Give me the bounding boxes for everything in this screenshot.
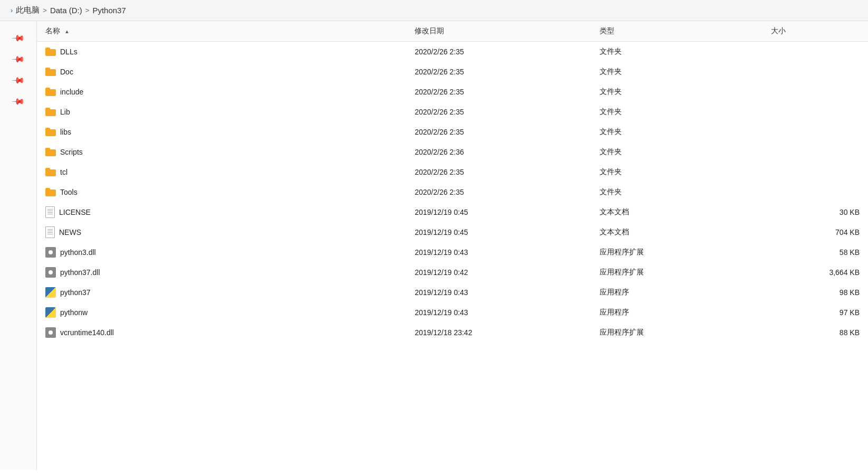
cell-size: 98 KB [763, 282, 868, 302]
cell-type: 文件夹 [591, 102, 763, 122]
cell-date: 2019/12/18 23:42 [406, 323, 591, 343]
cell-name: libs [37, 122, 406, 142]
table-row[interactable]: DLLs 2020/2/26 2:35 文件夹 [37, 42, 868, 62]
folder-icon [45, 188, 56, 196]
cell-type: 文件夹 [591, 42, 763, 62]
cell-type: 文本文档 [591, 202, 763, 222]
cell-date: 2019/12/19 0:43 [406, 302, 591, 323]
cell-date: 2019/12/19 0:43 [406, 282, 591, 302]
cell-date: 2020/2/26 2:36 [406, 142, 591, 162]
pin-icon-3[interactable]: 📌 [9, 71, 27, 89]
cell-type: 应用程序扩展 [591, 242, 763, 262]
cell-size [763, 182, 868, 202]
breadcrumb-sep-2: > [85, 6, 90, 14]
col-header-name[interactable]: 名称 ▲ [37, 21, 406, 42]
cell-type: 应用程序 [591, 282, 763, 302]
cell-date: 2020/2/26 2:35 [406, 82, 591, 102]
cell-type: 文件夹 [591, 142, 763, 162]
pin-icon-1[interactable]: 📌 [9, 29, 27, 47]
cell-type: 文件夹 [591, 62, 763, 82]
file-name-label: Doc [60, 68, 73, 76]
cell-size [763, 42, 868, 62]
cell-size [763, 162, 868, 182]
table-row[interactable]: pythonw 2019/12/19 0:43 应用程序 97 KB [37, 302, 868, 323]
folder-icon [45, 108, 56, 116]
col-header-type[interactable]: 类型 [591, 21, 763, 42]
table-row[interactable]: Scripts 2020/2/26 2:36 文件夹 [37, 142, 868, 162]
cell-size: 97 KB [763, 302, 868, 323]
cell-type: 应用程序 [591, 302, 763, 323]
table-row[interactable]: python37.dll 2019/12/19 0:42 应用程序扩展 3,66… [37, 262, 868, 282]
table-row[interactable]: LICENSE 2019/12/19 0:45 文本文档 30 KB [37, 202, 868, 222]
cell-name: python37 [37, 282, 406, 302]
cell-date: 2020/2/26 2:35 [406, 162, 591, 182]
cell-name: include [37, 82, 406, 102]
pin-icon-4[interactable]: 📌 [9, 92, 27, 110]
col-header-date[interactable]: 修改日期 [406, 21, 591, 42]
cell-name: Doc [37, 62, 406, 82]
cell-name: Scripts [37, 142, 406, 162]
dll-icon [45, 327, 56, 338]
dll-icon [45, 247, 56, 258]
cell-name: DLLs [37, 42, 406, 62]
cell-date: 2020/2/26 2:35 [406, 102, 591, 122]
file-name-label: libs [60, 128, 71, 136]
folder-icon [45, 88, 56, 96]
file-name-label: LICENSE [59, 208, 91, 216]
folder-icon [45, 68, 56, 76]
cell-size [763, 62, 868, 82]
table-row[interactable]: python37 2019/12/19 0:43 应用程序 98 KB [37, 282, 868, 302]
file-list-container: 名称 ▲ 修改日期 类型 大小 DLLs 2020/2/26 2:35 文件夹 [37, 21, 868, 470]
cell-date: 2020/2/26 2:35 [406, 122, 591, 142]
cell-size [763, 102, 868, 122]
breadcrumb-item-computer[interactable]: 此电脑 [16, 5, 40, 15]
table-row[interactable]: include 2020/2/26 2:35 文件夹 [37, 82, 868, 102]
folder-icon [45, 148, 56, 156]
cell-type: 文件夹 [591, 122, 763, 142]
cell-name: NEWS [37, 222, 406, 242]
file-name-label: python37 [60, 288, 91, 297]
file-name-label: Tools [60, 188, 78, 196]
file-name-label: pythonw [60, 308, 88, 317]
file-name-label: vcruntime140.dll [60, 328, 114, 337]
cell-size: 30 KB [763, 202, 868, 222]
table-row[interactable]: Lib 2020/2/26 2:35 文件夹 [37, 102, 868, 122]
table-row[interactable]: Doc 2020/2/26 2:35 文件夹 [37, 62, 868, 82]
table-row[interactable]: NEWS 2019/12/19 0:45 文本文档 704 KB [37, 222, 868, 242]
cell-name: python37.dll [37, 262, 406, 282]
table-row[interactable]: tcl 2020/2/26 2:35 文件夹 [37, 162, 868, 182]
cell-name: LICENSE [37, 202, 406, 222]
cell-date: 2019/12/19 0:45 [406, 222, 591, 242]
file-name-label: Lib [60, 108, 70, 116]
table-row[interactable]: Tools 2020/2/26 2:35 文件夹 [37, 182, 868, 202]
cell-name: vcruntime140.dll [37, 323, 406, 343]
col-header-size[interactable]: 大小 [763, 21, 868, 42]
cell-size: 58 KB [763, 242, 868, 262]
file-name-label: DLLs [60, 48, 78, 56]
main-layout: 📌 📌 📌 📌 名称 ▲ 修改日期 类型 大小 [0, 21, 868, 470]
file-name-label: tcl [60, 168, 67, 176]
text-icon [45, 206, 55, 218]
table-row[interactable]: libs 2020/2/26 2:35 文件夹 [37, 122, 868, 142]
table-row[interactable]: vcruntime140.dll 2019/12/18 23:42 应用程序扩展… [37, 323, 868, 343]
cell-type: 文件夹 [591, 182, 763, 202]
cell-name: Tools [37, 182, 406, 202]
cell-date: 2020/2/26 2:35 [406, 62, 591, 82]
cell-date: 2019/12/19 0:45 [406, 202, 591, 222]
table-row[interactable]: python3.dll 2019/12/19 0:43 应用程序扩展 58 KB [37, 242, 868, 262]
file-name-label: include [60, 88, 83, 96]
cell-type: 应用程序扩展 [591, 262, 763, 282]
exe-icon [45, 287, 56, 298]
breadcrumb-item-drive[interactable]: Data (D:) [50, 6, 82, 15]
pin-icon-2[interactable]: 📌 [9, 50, 27, 68]
file-name-label: Scripts [60, 148, 83, 156]
cell-date: 2020/2/26 2:35 [406, 182, 591, 202]
cell-name: pythonw [37, 302, 406, 323]
cell-size: 704 KB [763, 222, 868, 242]
table-header-row: 名称 ▲ 修改日期 类型 大小 [37, 21, 868, 42]
file-name-label: NEWS [59, 228, 81, 236]
folder-icon [45, 128, 56, 136]
cell-size [763, 142, 868, 162]
folder-icon [45, 48, 56, 56]
cell-type: 应用程序扩展 [591, 323, 763, 343]
